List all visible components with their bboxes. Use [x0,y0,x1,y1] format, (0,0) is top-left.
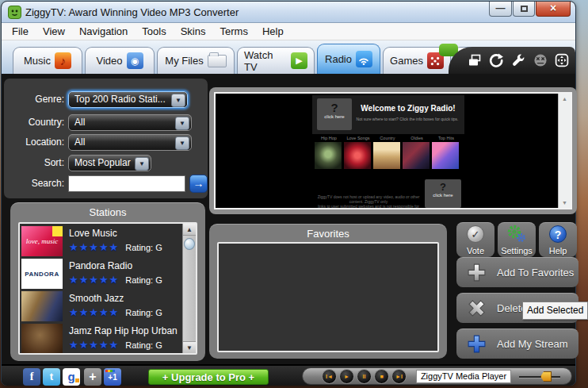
scroll-down-icon[interactable]: ▼ [559,200,571,206]
stations-list: love, music Love Music ★★★★★Rating: G PA… [18,222,197,355]
station-thumbnail: PANDORA [21,259,63,289]
tab-music[interactable]: Music ♪ [13,47,82,74]
vote-button[interactable]: ✓ Vote [456,222,494,257]
station-row[interactable]: Smooth Jazz ★★★★★Rating: G [21,290,180,323]
favorites-panel: Favorites [209,224,447,359]
menu-file[interactable]: File [5,25,36,37]
help-button[interactable]: ? Help [539,222,577,257]
scroll-up-icon[interactable]: ▲ [559,96,571,102]
info-click-box[interactable]: ? click here [425,179,461,208]
favorites-list[interactable] [217,242,439,352]
tab-my-files[interactable]: My Files [157,47,235,74]
volume-slider-knob[interactable] [540,371,552,382]
favorites-title: Favorites [209,228,447,240]
music-note-icon: ♪ [55,52,71,69]
fullscreen-icon[interactable] [553,52,571,69]
play-button[interactable]: ► [339,369,354,384]
info-click-box[interactable]: ? click here [317,98,352,130]
scrollbar-thumb[interactable] [184,238,195,250]
volume-track[interactable] [519,376,560,378]
station-thumbnail [21,291,63,321]
welcome-title: Welcome to Ziggy Radio! [353,104,463,113]
station-row[interactable]: Jamz Rap Hip Hop Urban ★★★★★Rating: G [21,323,180,355]
search-input[interactable] [68,175,185,192]
tab-radio[interactable]: Radio [317,44,380,74]
stop-button[interactable]: ■ [374,369,389,384]
minimize-button[interactable]: — [489,2,512,17]
check-icon: ✓ [467,225,484,243]
settings-button[interactable]: Settings [498,222,536,257]
maximize-button[interactable] [513,2,535,17]
disclaimer-text: ZiggyTV does not host or upload any vide… [315,194,422,209]
menu-terms[interactable]: Terms [213,25,255,37]
film-reel-icon: ◉ [127,52,143,69]
country-select[interactable]: All [68,114,192,131]
maximize-icon [521,6,528,12]
menu-navigation[interactable]: Navigation [72,25,135,37]
scroll-down-icon[interactable]: ▼ [183,341,196,353]
location-select[interactable]: All [68,134,192,151]
star-rating: ★★★★★ [69,274,119,286]
stations-scrollbar[interactable]: ▲ ▼ [182,224,196,353]
google-plus-one-icon[interactable]: +1 [104,368,121,386]
facebook-icon[interactable]: f [23,368,40,386]
station-thumbnail: love, music [21,226,63,256]
main-content: Genre: Top 200 Radio Stati... Country: A… [2,74,575,364]
category-label: Hip Hop [315,136,343,140]
genre-label: Genre: [4,91,64,108]
category-thumb-country[interactable] [373,142,400,169]
search-label: Search: [4,175,64,192]
refresh-icon[interactable] [487,52,505,69]
window-title: ZiggyTV: Award Winning Video MP3 Convert… [25,6,239,18]
preview-scrollbar[interactable]: ▲ ▼ [558,94,571,208]
bottom-bar: f t g + +1 + Upgrade to Pro + I◄ ► II ■ … [2,364,575,386]
menu-tools[interactable]: Tools [135,25,173,37]
muted-face-icon[interactable] [532,52,549,69]
upgrade-to-pro-button[interactable]: + Upgrade to Pro + [148,369,269,385]
sort-select[interactable]: Most Popular [68,155,151,171]
category-thumb-love-songs[interactable] [344,142,371,169]
popup-window-icon[interactable] [466,52,483,69]
star-rating: ★★★★★ [69,306,119,318]
tab-video[interactable]: Video ◉ [85,47,155,74]
question-icon: ? [549,225,567,243]
app-logo-icon [8,6,21,19]
genre-select[interactable]: Top 200 Radio Stati... [68,91,188,108]
category-thumb-hip-hop[interactable] [315,142,342,169]
google-icon[interactable]: g [63,368,80,386]
add-to-favorites-button[interactable]: Add To Favorites [456,257,578,287]
menu-help[interactable]: Help [255,25,291,37]
station-row[interactable]: love, music Love Music ★★★★★Rating: G [21,225,180,258]
scroll-up-icon[interactable]: ▲ [183,224,196,236]
title-bar[interactable]: ZiggyTV: Award Winning Video MP3 Convert… [2,2,575,23]
gears-icon [506,225,527,244]
twitter-icon[interactable]: t [43,368,60,386]
x-icon [466,298,487,319]
search-go-button[interactable] [189,175,208,193]
menu-skins[interactable]: Skins [174,25,213,37]
category-thumb-oldies[interactable] [403,142,430,169]
add-my-stream-button[interactable]: Add My Stream [456,328,578,359]
pause-button[interactable]: II [357,369,372,384]
stations-title: Stations [10,206,205,218]
wrench-icon[interactable] [510,52,527,69]
play-icon: ▶ [291,52,307,69]
close-button[interactable]: × [536,2,571,17]
station-row[interactable]: PANDORA Pandora Radio ★★★★★Rating: G [21,258,180,290]
tab-watch-tv[interactable]: Watch TV ▶ [237,47,315,74]
radio-preview-panel: ? click here Welcome to Ziggy Radio! Not… [209,87,577,214]
top-toolbar [449,47,575,74]
player-status-text: ZiggyTV Media Player [416,370,511,383]
radio-preview-content: ? click here Welcome to Ziggy Radio! Not… [214,92,572,209]
star-rating: ★★★★★ [69,241,119,253]
wifi-icon [356,51,372,67]
previous-button[interactable]: I◄ [322,369,337,384]
tab-strip: Music ♪ Video ◉ My Files Watch TV ▶ Radi… [2,40,575,74]
filter-panel: Genre: Top 200 Radio Stati... Country: A… [4,79,208,198]
share-icon[interactable]: + [84,368,101,386]
star-rating: ★★★★★ [69,339,119,351]
category-thumb-top-hits[interactable] [432,142,459,169]
stations-panel: Stations love, music Love Music ★★★★★Rat… [10,202,205,361]
menu-view[interactable]: View [36,25,72,37]
next-button[interactable]: ►I [391,369,407,384]
